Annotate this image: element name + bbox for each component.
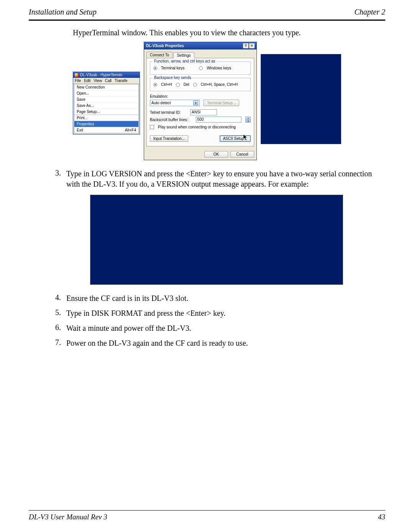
step-6: 6. Wait a minute and power off the DL-V3… bbox=[52, 323, 385, 333]
menu-exit-label: Exit bbox=[77, 128, 83, 132]
menu-transfer[interactable]: Transfe bbox=[115, 79, 128, 83]
menu-view[interactable]: View bbox=[94, 79, 102, 83]
file-menu-dropdown: New Connection Open... Save Save As... P… bbox=[74, 84, 139, 133]
tab-settings[interactable]: Settings bbox=[173, 52, 194, 58]
menu-save-as[interactable]: Save As... bbox=[74, 103, 138, 109]
hyperterminal-title: DL-V3usb - HyperTermin bbox=[80, 73, 122, 77]
steps-list-cont: 4. Ensure the CF card is in its DL-V3 sl… bbox=[52, 293, 385, 348]
intro-text: HyperTerminal window. This enables you t… bbox=[73, 28, 385, 37]
page-footer: DL-V3 User Manual Rev 3 43 bbox=[29, 510, 385, 521]
version-output-terminal bbox=[90, 195, 343, 285]
step-3-text: Type in LOG VERSION and press the <Enter… bbox=[66, 169, 385, 189]
step-4-text: Ensure the CF card is in its DL-V3 slot. bbox=[66, 293, 385, 304]
step-6-number: 6. bbox=[52, 323, 66, 333]
backscroll-label: Backscroll buffer lines: bbox=[150, 118, 192, 122]
step-3-number: 3. bbox=[52, 169, 66, 189]
header-right: Chapter 2 bbox=[354, 8, 385, 16]
close-button[interactable]: × bbox=[249, 43, 255, 48]
hyperterminal-titlebar: DL-V3usb - HyperTermin bbox=[73, 72, 140, 78]
label-ctrlh: Ctrl+H bbox=[161, 82, 172, 87]
menu-page-setup[interactable]: Page Setup... bbox=[74, 109, 138, 115]
label-ctrlh-space: Ctrl+H, Space, Ctrl+H bbox=[201, 82, 238, 87]
label-del: Del bbox=[184, 82, 189, 87]
properties-dialog: DL-V3usb Properties ? × Connect To Setti… bbox=[144, 42, 257, 160]
play-sound-label: Play sound when connecting or disconnect… bbox=[158, 125, 236, 129]
page-header: Installation and Setup Chapter 2 bbox=[29, 8, 385, 20]
telnet-id-input[interactable]: ANSI bbox=[190, 109, 217, 115]
menu-properties[interactable]: Properties bbox=[74, 121, 138, 127]
step-5-number: 5. bbox=[52, 308, 66, 319]
properties-title: DL-V3usb Properties bbox=[146, 44, 184, 48]
dialog-footer-buttons: OK Cancel bbox=[144, 149, 256, 160]
play-sound-checkbox[interactable] bbox=[150, 125, 154, 129]
terminal-preview bbox=[261, 54, 341, 144]
menu-save[interactable]: Save bbox=[74, 97, 138, 103]
step-3: 3. Type in LOG VERSION and press the <En… bbox=[52, 169, 385, 189]
radio-ctrlh[interactable] bbox=[153, 83, 157, 87]
header-rule bbox=[29, 20, 385, 21]
step-7-number: 7. bbox=[52, 338, 66, 348]
radio-terminal-keys[interactable] bbox=[153, 66, 157, 70]
menu-print[interactable]: Print... bbox=[74, 115, 138, 121]
cancel-button[interactable]: Cancel bbox=[230, 151, 254, 158]
chevron-down-icon: ▾ bbox=[193, 100, 198, 105]
group-backspace-legend: Backspace key sends bbox=[153, 76, 193, 80]
step-7-text: Power on the DL-V3 again and the CF card… bbox=[66, 338, 385, 348]
label-terminal-keys: Terminal keys bbox=[161, 66, 184, 70]
tab-connect-to[interactable]: Connect To bbox=[146, 52, 172, 58]
step-4: 4. Ensure the CF card is in its DL-V3 sl… bbox=[52, 293, 385, 304]
group-function-keys-legend: Function, arrow, and ctrl keys act as bbox=[153, 59, 217, 63]
menu-new-connection[interactable]: New Connection bbox=[74, 84, 138, 90]
terminal-setup-button[interactable]: Terminal Setup... bbox=[204, 100, 239, 106]
backscroll-input[interactable]: 500 bbox=[196, 117, 242, 123]
menu-file[interactable]: File bbox=[75, 79, 81, 83]
emulation-select[interactable]: Auto detect ▾ bbox=[150, 100, 200, 106]
label-windows-keys: Windows keys bbox=[207, 66, 231, 70]
app-icon bbox=[75, 73, 79, 77]
input-translation-button[interactable]: Input Translation... bbox=[150, 135, 188, 142]
header-left: Installation and Setup bbox=[29, 8, 97, 16]
ok-button[interactable]: OK bbox=[204, 151, 228, 158]
radio-del[interactable] bbox=[176, 83, 180, 87]
emulation-label: Emulation: bbox=[150, 94, 251, 99]
steps-list: 3. Type in LOG VERSION and press the <En… bbox=[52, 169, 385, 189]
menu-exit[interactable]: Exit Alt+F4 bbox=[74, 127, 138, 133]
tab-body: Function, arrow, and ctrl keys act as Te… bbox=[146, 58, 254, 146]
menubar: File Edit View Call Transfe bbox=[73, 78, 140, 84]
properties-titlebar: DL-V3usb Properties ? × bbox=[144, 42, 256, 49]
step-5-text: Type in DISK FORMAT and press the <Enter… bbox=[66, 308, 385, 319]
step-5: 5. Type in DISK FORMAT and press the <En… bbox=[52, 308, 385, 319]
step-7: 7. Power on the DL-V3 again and the CF c… bbox=[52, 338, 385, 348]
menu-edit[interactable]: Edit bbox=[84, 79, 90, 83]
cursor-icon bbox=[243, 135, 248, 141]
help-button[interactable]: ? bbox=[243, 43, 248, 48]
group-function-keys: Function, arrow, and ctrl keys act as Te… bbox=[150, 61, 251, 75]
step-4-number: 4. bbox=[52, 293, 66, 304]
emulation-value: Auto detect bbox=[151, 101, 171, 105]
radio-windows-keys[interactable] bbox=[199, 66, 203, 70]
telnet-id-label: Telnet terminal ID: bbox=[150, 110, 186, 115]
svg-marker-0 bbox=[243, 135, 247, 140]
hyperterminal-window: DL-V3usb - HyperTermin File Edit View Ca… bbox=[73, 72, 140, 135]
menu-exit-shortcut: Alt+F4 bbox=[125, 128, 136, 132]
radio-ctrlh-space[interactable] bbox=[193, 83, 197, 87]
step-6-text: Wait a minute and power off the DL-V3. bbox=[66, 323, 385, 333]
menu-open[interactable]: Open... bbox=[74, 90, 138, 97]
tabbar: Connect To Settings bbox=[144, 49, 256, 58]
menu-call[interactable]: Call bbox=[105, 79, 112, 83]
footer-right: 43 bbox=[378, 513, 385, 521]
footer-left: DL-V3 User Manual Rev 3 bbox=[29, 513, 107, 521]
screenshots-row: DL-V3usb - HyperTermin File Edit View Ca… bbox=[29, 42, 385, 160]
backscroll-spinner[interactable]: ▴▾ bbox=[245, 117, 251, 123]
group-backspace: Backspace key sends Ctrl+H Del Ctrl+H, S… bbox=[150, 78, 251, 91]
